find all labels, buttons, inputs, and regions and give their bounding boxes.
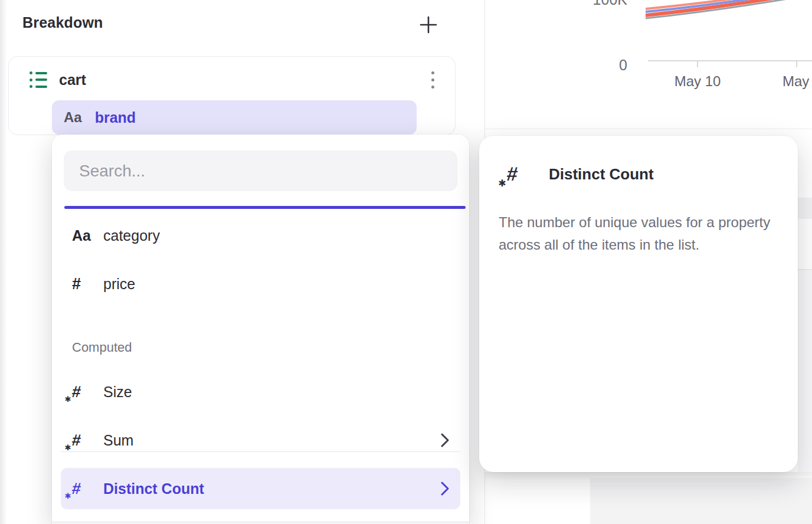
chevron-right-icon (441, 481, 450, 496)
cart-property-label: cart (59, 71, 86, 89)
dropdown-item-distinct-count[interactable]: #✱ Distinct Count (61, 468, 460, 509)
dropdown-item-sum[interactable]: #✱ Sum (61, 420, 460, 461)
background-section (590, 478, 812, 524)
info-card-description: The number of unique values for a proper… (499, 211, 794, 256)
computed-number-icon: #✱ (71, 431, 81, 450)
computed-number-icon: #✱ (71, 383, 81, 401)
y-axis-tick-0: 0 (608, 57, 627, 74)
search-box (64, 150, 457, 191)
chart-bottom-divider (485, 129, 812, 129)
dropdown-item-size[interactable]: #✱ Size (61, 371, 460, 412)
breakdown-section-title: Breakdown (22, 14, 103, 31)
dropdown-item-label: category (103, 227, 160, 244)
active-tab-indicator (64, 206, 466, 209)
background-table-row (798, 198, 812, 219)
x-axis-label-may15: May 15 (782, 73, 812, 90)
selected-property-label: brand (95, 109, 136, 126)
computed-number-icon: #✱ (71, 480, 81, 498)
y-axis-tick-100k: 100K (584, 0, 627, 8)
background-region (798, 270, 812, 472)
text-type-icon: Aa (72, 227, 91, 244)
star-icon: ✱ (65, 443, 71, 452)
computed-section-label: Computed (72, 340, 132, 355)
list-property-icon (30, 71, 47, 88)
add-breakdown-button[interactable] (415, 12, 441, 38)
left-edge-shadow (0, 0, 7, 524)
star-icon: ✱ (65, 395, 71, 404)
property-select-dropdown: Aa category # price Computed #✱ Size #✱ … (52, 135, 469, 524)
star-icon: ✱ (498, 178, 506, 189)
dropdown-item-label: Distinct Count (103, 480, 204, 497)
distinct-count-info-card: #✱ Distinct Count The number of unique v… (479, 136, 798, 472)
dropdown-item-price[interactable]: # price (61, 263, 460, 304)
info-card-title: Distinct Count (549, 165, 654, 184)
x-axis-line (648, 60, 812, 61)
computed-number-icon: #✱ (506, 163, 519, 185)
text-type-icon: Aa (64, 109, 82, 126)
search-input[interactable] (64, 150, 457, 191)
number-type-icon: # (72, 275, 81, 293)
x-axis-tick (697, 61, 698, 67)
star-icon: ✱ (65, 492, 71, 500)
dropdown-item-label: Sum (103, 432, 133, 449)
kebab-menu-icon[interactable] (425, 66, 440, 93)
dropdown-item-label: Size (103, 384, 132, 401)
dropdown-item-category[interactable]: Aa category (61, 215, 460, 256)
line-chart-series (646, 0, 812, 28)
x-axis-tick (796, 61, 797, 67)
app-screen: 100K 0 May 10 May 15 Breakdown cart Aa b… (0, 0, 812, 524)
selected-breakdown-pill[interactable]: Aa brand (52, 100, 417, 135)
plus-icon (419, 15, 438, 34)
dropdown-item-label: price (103, 276, 135, 293)
chevron-right-icon (441, 433, 450, 448)
x-axis-label-may10: May 10 (665, 73, 730, 90)
